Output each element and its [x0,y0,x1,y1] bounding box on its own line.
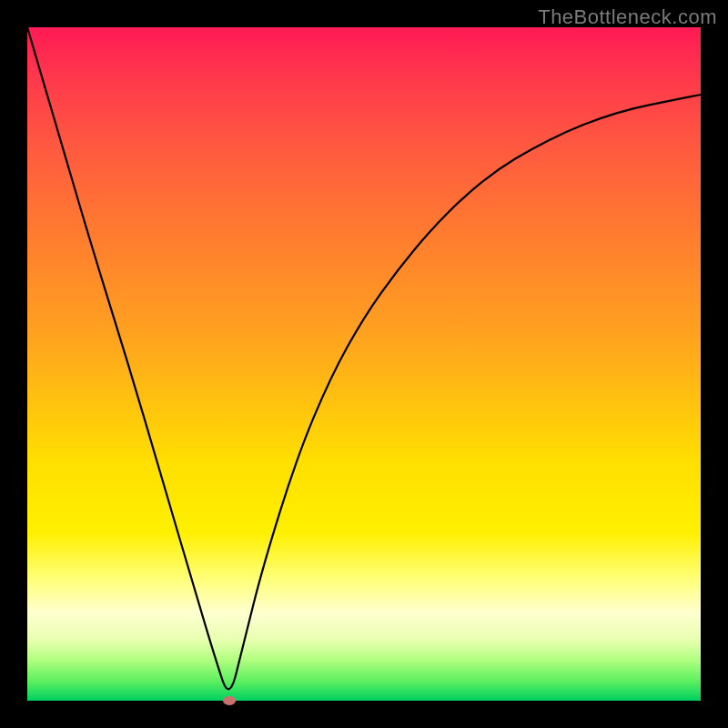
bottleneck-curve [27,27,701,689]
chart-frame: TheBottleneck.com [0,0,728,728]
optimal-point-marker [223,696,236,705]
curve-svg [27,27,701,701]
watermark-text: TheBottleneck.com [538,5,717,29]
plot-area [27,27,701,701]
